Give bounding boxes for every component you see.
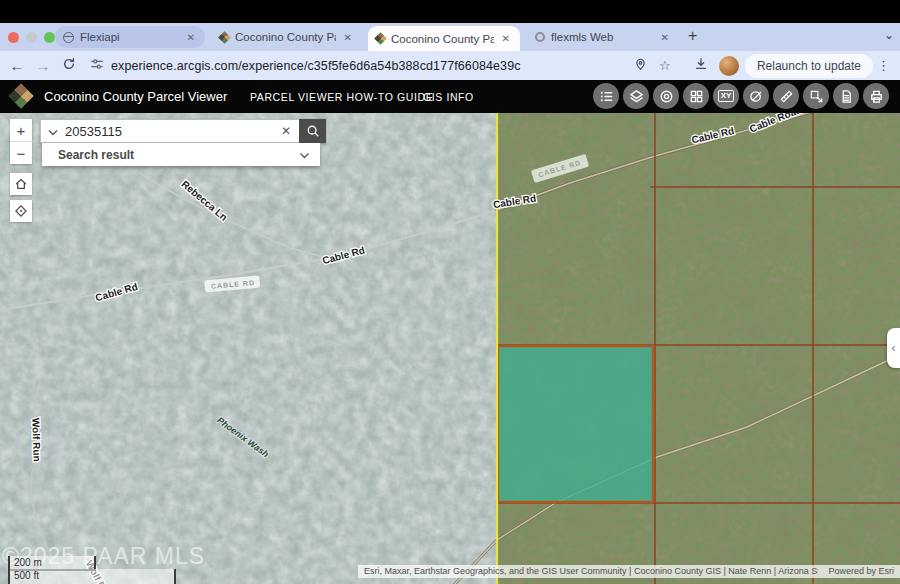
search-source-chevron-icon[interactable] xyxy=(48,122,58,140)
search-value[interactable]: 20535115 xyxy=(65,124,273,139)
tab-parcel-viewer-1[interactable]: Coconino County Parcel View ✕ xyxy=(212,26,362,48)
measure-ruler-icon xyxy=(779,89,794,104)
flexmls-favicon xyxy=(535,32,545,42)
site-settings-icon[interactable] xyxy=(90,57,104,75)
home-extent-button[interactable] xyxy=(10,173,32,195)
road-label: Wolf Run xyxy=(30,418,43,462)
search-input[interactable]: 20535115 ✕ xyxy=(40,119,299,143)
draw-icon xyxy=(749,89,764,104)
zoom-out-button[interactable]: − xyxy=(10,141,32,164)
close-window-button[interactable] xyxy=(8,32,19,43)
mac-titlebar xyxy=(0,0,900,23)
select-button[interactable] xyxy=(803,83,829,109)
profile-avatar[interactable] xyxy=(719,56,739,76)
panel-toggle-button[interactable]: ‹ xyxy=(887,328,900,368)
close-tab-icon[interactable]: ✕ xyxy=(659,32,671,43)
highlighted-parcel[interactable] xyxy=(498,346,653,502)
scale-imperial: 500 ft xyxy=(14,570,39,581)
tab-parcel-viewer-2-active[interactable]: Coconino County Parcel View ✕ xyxy=(368,26,520,51)
chevron-left-icon: ‹ xyxy=(892,341,896,355)
map-attribution: Esri, Maxar, Earthstar Geographics, and … xyxy=(358,565,900,578)
tab-title: Coconino County Parcel View xyxy=(235,31,336,43)
search-result-dropdown[interactable]: Search result xyxy=(42,143,320,166)
home-icon xyxy=(14,177,28,191)
xy-coordinates-icon: XY xyxy=(718,90,735,102)
select-icon xyxy=(809,89,824,104)
fullscreen-window-button[interactable] xyxy=(44,32,55,43)
relaunch-button[interactable]: Relaunch to update xyxy=(745,54,873,78)
document-icon xyxy=(839,89,854,104)
legend-button[interactable] xyxy=(593,83,619,109)
layers-icon xyxy=(629,89,644,104)
zoom-in-button[interactable]: + xyxy=(10,119,32,141)
report-button[interactable] xyxy=(833,83,859,109)
print-button[interactable] xyxy=(863,83,889,109)
location-pin-icon[interactable] xyxy=(629,58,653,74)
tab-title: flexmls Web xyxy=(551,31,653,43)
basemap-icon xyxy=(659,89,674,104)
parcel-viewer-favicon xyxy=(218,31,231,44)
tab-flexiapi[interactable]: Flexiapi ✕ xyxy=(55,26,205,48)
app-header: Coconino County Parcel Viewer PARCEL VIE… xyxy=(0,80,900,113)
basemap-button[interactable] xyxy=(653,83,679,109)
draw-button[interactable] xyxy=(743,83,769,109)
reload-button[interactable] xyxy=(56,57,82,74)
powered-by-esri: Powered by Esri xyxy=(828,565,894,578)
scale-metric: 200 m xyxy=(14,557,42,568)
add-data-button[interactable] xyxy=(683,83,709,109)
new-tab-button[interactable]: + xyxy=(688,27,697,45)
tab-title: Flexiapi xyxy=(80,31,179,43)
download-icon[interactable] xyxy=(689,57,713,74)
forward-button[interactable]: → xyxy=(30,57,56,74)
terrain-cleared-land xyxy=(0,113,497,584)
result-chevron-icon[interactable] xyxy=(299,148,310,162)
coordinates-button[interactable]: XY xyxy=(713,83,739,109)
close-tab-icon[interactable]: ✕ xyxy=(185,32,197,43)
how-to-guide-link[interactable]: PARCEL VIEWER HOW-TO GUIDE xyxy=(250,91,433,103)
parcel-search: 20535115 ✕ xyxy=(40,119,326,143)
printer-icon xyxy=(869,89,884,104)
widget-toolbar: XY xyxy=(593,83,889,109)
locate-icon xyxy=(14,204,28,218)
app-title: Coconino County Parcel Viewer xyxy=(44,89,227,104)
globe-icon xyxy=(63,32,74,43)
clear-search-icon[interactable]: ✕ xyxy=(281,124,291,138)
locate-me-button[interactable] xyxy=(10,200,32,222)
close-tab-icon[interactable]: ✕ xyxy=(500,33,512,44)
scale-bar: 200 m 500 ft xyxy=(8,556,176,584)
layers-button[interactable] xyxy=(623,83,649,109)
close-tab-icon[interactable]: ✕ xyxy=(342,32,354,43)
window-controls xyxy=(8,32,55,43)
parcel-viewer-favicon xyxy=(374,32,387,45)
tab-flexmls[interactable]: flexmls Web ✕ xyxy=(527,26,679,48)
browser-tabstrip: Flexiapi ✕ Coconino County Parcel View ✕… xyxy=(0,23,900,51)
tab-title: Coconino County Parcel View xyxy=(391,33,494,45)
tab-overflow-icon[interactable]: ⌄ xyxy=(884,28,894,42)
bookmark-star-icon[interactable]: ☆ xyxy=(653,58,677,73)
gis-info-link[interactable]: GIS INFO xyxy=(423,91,474,103)
attribution-text: Esri, Maxar, Earthstar Geographics, and … xyxy=(364,565,818,578)
search-result-label: Search result xyxy=(58,148,299,162)
browser-toolbar: ← → experience.arcgis.com/experience/c35… xyxy=(0,51,900,80)
screen: Flexiapi ✕ Coconino County Parcel View ✕… xyxy=(0,0,900,584)
browser-menu-icon[interactable]: ⋮ xyxy=(877,58,890,73)
search-button[interactable] xyxy=(299,119,326,143)
legend-icon xyxy=(599,89,614,104)
url-field[interactable]: experience.arcgis.com/experience/c35f5fe… xyxy=(111,59,629,73)
map-view[interactable]: Cable Rd CABLE RD Cable Rd Rebecca Ln Ca… xyxy=(0,113,900,584)
coconino-logo-icon xyxy=(8,83,33,108)
zoom-controls: + − xyxy=(10,119,32,164)
measure-button[interactable] xyxy=(773,83,799,109)
apps-grid-icon xyxy=(689,89,704,104)
magnifier-icon xyxy=(306,124,320,138)
minimize-window-button[interactable] xyxy=(26,32,37,43)
back-button[interactable]: ← xyxy=(4,57,30,74)
map-canvas[interactable]: Cable Rd CABLE RD Cable Rd Rebecca Ln Ca… xyxy=(0,113,900,584)
